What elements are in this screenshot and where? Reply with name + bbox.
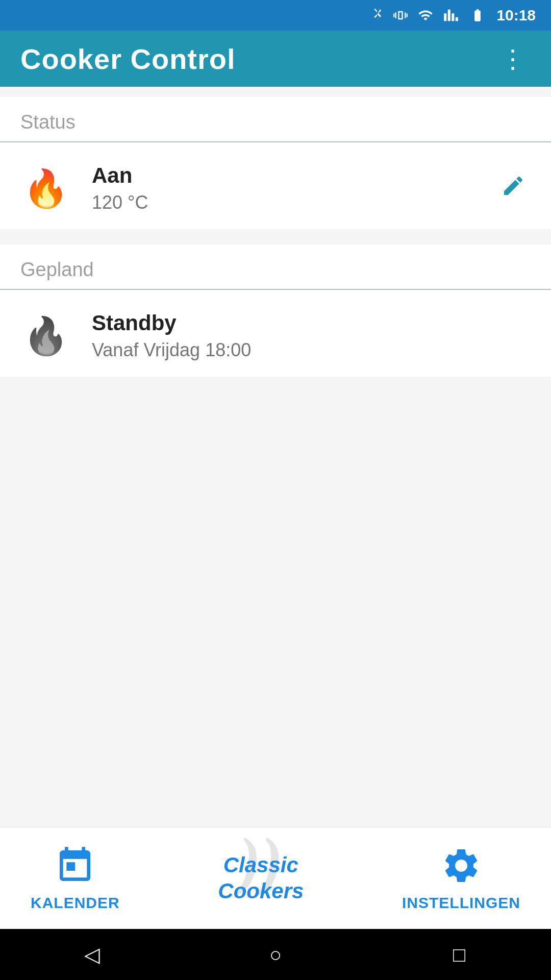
bluetooth-icon — [370, 6, 384, 24]
grey-fire-emoji: 🔥 — [23, 314, 69, 358]
status-bar-icons: 10:18 — [370, 6, 536, 24]
home-button[interactable]: ○ — [255, 934, 296, 975]
brand-logo-text: Classic Cookers — [218, 852, 304, 904]
brand-logo: )) Classic Cookers — [218, 832, 304, 924]
calendar-icon — [55, 845, 95, 886]
status-section-header: Status — [0, 97, 551, 141]
fire-emoji: 🔥 — [23, 167, 69, 210]
pencil-icon — [501, 174, 525, 198]
status-label: Aan — [92, 163, 496, 188]
signal-icon — [443, 8, 459, 23]
android-nav-bar: ◁ ○ □ — [0, 929, 551, 980]
gepland-section-header: Gepland — [0, 244, 551, 289]
app-bar-title: Cooker Control — [20, 42, 236, 76]
app-bar: Cooker Control ⋮ — [0, 31, 551, 87]
classic-text: Classic — [223, 853, 298, 877]
standby-flame-icon: 🔥 — [20, 310, 71, 361]
battery-icon — [468, 8, 487, 22]
overflow-menu-button[interactable]: ⋮ — [495, 41, 531, 77]
main-content: Status 🔥 Aan 120 °C Gepland 🔥 — [0, 87, 551, 827]
vibrate-icon — [393, 6, 408, 24]
status-bar-time: 10:18 — [496, 7, 536, 24]
status-section: Status 🔥 Aan 120 °C — [0, 97, 551, 229]
bottom-nav: KALENDER )) Classic Cookers INSTELLINGEN — [0, 827, 551, 929]
gepland-divider — [0, 289, 551, 290]
status-divider — [0, 141, 551, 142]
back-button[interactable]: ◁ — [71, 934, 112, 975]
active-flame-icon: 🔥 — [20, 163, 71, 214]
overflow-menu-icon: ⋮ — [500, 44, 525, 74]
gepland-item-text: Standby Vanaf Vrijdag 18:00 — [92, 311, 531, 361]
gear-icon — [441, 845, 482, 886]
gepland-list-item[interactable]: 🔥 Standby Vanaf Vrijdag 18:00 — [0, 295, 551, 377]
status-section-title: Status — [20, 111, 76, 133]
cookers-text: Cookers — [218, 879, 304, 903]
standby-label: Standby — [92, 311, 531, 335]
gepland-section-title: Gepland — [20, 259, 94, 280]
instellingen-nav-item[interactable]: INSTELLINGEN — [402, 845, 520, 912]
instellingen-label: INSTELLINGEN — [402, 894, 520, 912]
standby-schedule: Vanaf Vrijdag 18:00 — [92, 339, 531, 361]
edit-button[interactable] — [496, 168, 531, 209]
status-temperature: 120 °C — [92, 192, 496, 213]
recent-button[interactable]: □ — [439, 934, 480, 975]
status-bar: 10:18 — [0, 0, 551, 31]
kalender-label: KALENDER — [31, 894, 120, 912]
gepland-section: Gepland 🔥 Standby Vanaf Vrijdag 18:00 — [0, 244, 551, 377]
status-item-text: Aan 120 °C — [92, 163, 496, 213]
wifi-icon — [417, 8, 434, 23]
kalender-nav-item[interactable]: KALENDER — [31, 845, 120, 912]
brand-logo-text-container: Classic Cookers — [218, 852, 304, 904]
status-list-item[interactable]: 🔥 Aan 120 °C — [0, 148, 551, 229]
